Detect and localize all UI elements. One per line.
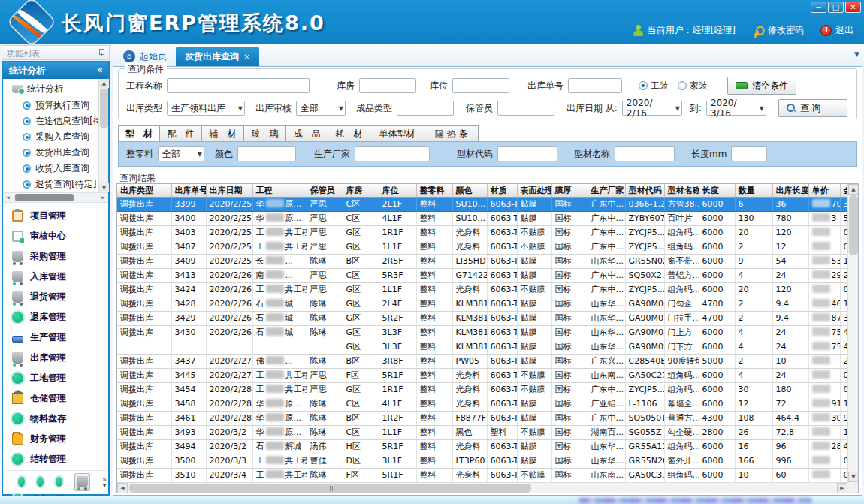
keeper-input[interactable] xyxy=(497,101,554,116)
profile-code-input[interactable] xyxy=(497,146,557,161)
sidebar-item-instock[interactable]: 入库管理 xyxy=(3,267,108,287)
sidebar-item-purchase[interactable]: 采购管理 xyxy=(3,246,108,267)
column-header[interactable]: 颜色 xyxy=(452,184,487,197)
column-header[interactable]: 表面处理 xyxy=(517,184,551,197)
column-header[interactable]: 膜厚 xyxy=(551,184,588,197)
manufacturer-input[interactable] xyxy=(355,146,430,161)
radio-gongzhuang[interactable]: 工装 xyxy=(639,80,669,92)
close-tab-icon[interactable]: × xyxy=(243,52,250,62)
column-header[interactable]: 库房 xyxy=(343,184,379,197)
sidebar-item-carryover[interactable]: 结转管理 xyxy=(3,449,108,469)
sidebar-item-inventory[interactable]: 物料盘存 xyxy=(3,409,108,429)
table-row[interactable]: 调拨出库35102020/3/4工共工程陈琳F区5R1F整料光身料6063-T5… xyxy=(117,468,847,482)
whole-part-select[interactable]: 全部▼ xyxy=(158,146,204,161)
tree-root[interactable]: 统计分析 xyxy=(5,80,98,98)
column-header[interactable]: 材质 xyxy=(487,184,517,197)
table-row[interactable]: 调拨出库34582020/2/28华原...陈琳C区4L1F整料光身料6063-… xyxy=(117,397,847,411)
tab-overflow-icon[interactable]: ▼ xyxy=(854,50,859,58)
scroll-up-icon[interactable]: ▲ xyxy=(848,184,859,195)
column-header[interactable]: 出库类型 xyxy=(117,184,171,197)
scroll-down-icon[interactable]: ▼ xyxy=(99,183,109,192)
close-button[interactable]: ✕ xyxy=(845,2,861,13)
table-row[interactable]: 调拨出库34292020/2/26石城陈琳G区5R2F整料KLM38176063… xyxy=(117,311,847,325)
column-header[interactable]: 保管员 xyxy=(307,184,343,197)
table-row[interactable]: 调拨出库34452020/2/27工共工程严思F区5R1F整料光身料6063-T… xyxy=(117,368,847,382)
warehouse-input[interactable] xyxy=(359,78,416,93)
color-input[interactable] xyxy=(237,146,296,161)
scroll-down-icon[interactable]: ▼ xyxy=(848,472,859,482)
quick-dot-icon[interactable] xyxy=(37,477,44,487)
scrollbar-thumb[interactable] xyxy=(15,194,74,201)
sidebar-item-returns[interactable]: 退货管理 xyxy=(3,287,108,307)
material-tab-0[interactable]: 型 材 xyxy=(118,125,160,142)
material-tab-6[interactable]: 单体型材 xyxy=(370,125,424,142)
length-input[interactable] xyxy=(731,146,767,161)
scroll-right-icon[interactable]: ► xyxy=(99,193,108,203)
column-header[interactable]: 长度 xyxy=(699,184,735,197)
column-header[interactable]: 出库单号 xyxy=(171,184,206,197)
column-header[interactable]: 生产厂家 xyxy=(588,184,625,197)
column-header[interactable]: 金 xyxy=(840,184,847,197)
quick-dot-icon[interactable] xyxy=(56,477,62,487)
table-row[interactable]: 调拨出库35002020/3/3工共工程曹佳D区3L1F整料LT3P606063… xyxy=(117,454,847,468)
table-row[interactable]: 调拨出库34092020/2/25长...陈琳B区2R5F整料LI35HD606… xyxy=(117,254,847,268)
sidebar-item-site[interactable]: 工地管理 xyxy=(3,368,108,388)
sidebar-item-storeback[interactable]: 退库管理 xyxy=(3,307,108,327)
table-row[interactable]: 调拨出库34242020/2/26工共工程严思G区1L1F整料光身料6063-T… xyxy=(117,282,847,297)
table-row[interactable]: 调拨出库34132020/2/26南...严思C区5R3F整料G71422606… xyxy=(117,268,847,282)
material-tab-3[interactable]: 玻 璃 xyxy=(244,125,286,142)
tab-shipping-outbound-query[interactable]: 发货出库查询 × xyxy=(176,47,259,66)
date-to-select[interactable]: 2020/ 3/16▼ xyxy=(706,101,766,116)
scrollbar-thumb[interactable] xyxy=(129,484,531,493)
project-name-input[interactable] xyxy=(167,78,310,93)
table-row[interactable]: 调拨出库34372020/2/27佛...陈琳B区3R8F整料PW056063-… xyxy=(117,354,847,368)
table-vertical-scrollbar[interactable]: ▲ ▼ xyxy=(847,184,858,482)
sidebar-item-outstock[interactable]: 出库管理 xyxy=(3,348,108,368)
radio-jiazhuang[interactable]: 家装 xyxy=(678,80,708,92)
table-row[interactable]: 调拨出库34002020/2/25华原...严思C区4L1F整料SU10...6… xyxy=(117,211,847,225)
column-header[interactable]: 出库日期 xyxy=(206,184,252,197)
tree-item[interactable]: 预算执行查询 xyxy=(5,98,98,113)
pin-icon[interactable] xyxy=(98,49,104,56)
table-row[interactable]: 调拨出库34612020/2/28华原...陈琳B区1R2F整料F8877FT6… xyxy=(117,411,847,425)
sidebar-item-warehouse[interactable]: 仓储管理 xyxy=(3,388,108,409)
minimize-button[interactable]: ─ xyxy=(811,2,826,13)
more-chevron-icon[interactable]: »▾ xyxy=(102,477,107,487)
tree-item[interactable]: 发货出库查询 xyxy=(5,145,98,161)
scroll-up-icon[interactable]: ▲ xyxy=(99,79,109,88)
tree-vertical-scrollbar[interactable]: ▲ ▼ xyxy=(98,79,108,192)
table-row[interactable]: G区3L3F整料KLM38176063-T5贴膜国标山东华...GA90M09.… xyxy=(117,340,847,354)
table-row[interactable]: 调拨出库34942020/3/2石辉城汤伟H区5R1F整料光身料6063-T5贴… xyxy=(117,439,847,454)
profile-name-input[interactable] xyxy=(615,146,675,161)
sidebar-item-project[interactable]: 项目管理 xyxy=(3,206,108,226)
sidebar-item-audit[interactable]: 审核中心 xyxy=(3,226,108,246)
table-row[interactable]: 调拨出库34542020/2/28工共工程严思G区1R1F整料光身料6063-T… xyxy=(117,382,847,397)
sidebar-item-finance[interactable]: 财务管理 xyxy=(3,429,108,449)
search-button[interactable]: 查 询 xyxy=(778,99,847,117)
maximize-button[interactable]: □ xyxy=(828,2,844,13)
column-header[interactable]: 数量 xyxy=(735,184,772,197)
column-header[interactable]: 库位 xyxy=(379,184,416,197)
scrollbar-thumb[interactable] xyxy=(849,195,858,255)
material-tab-4[interactable]: 成 品 xyxy=(286,125,328,142)
out-type-select[interactable]: 生产领料出库▼ xyxy=(167,101,245,116)
table-row[interactable]: 调拨出库33992020/2/25华原...严思C区2L1F整料SU10...6… xyxy=(117,197,847,211)
column-header[interactable]: 型材代码 xyxy=(625,184,664,197)
product-type-input[interactable] xyxy=(397,101,454,116)
collapse-icon[interactable]: « xyxy=(97,65,103,75)
column-header[interactable]: 整零料 xyxy=(416,184,452,197)
table-horizontal-scrollbar[interactable]: ◄ ► xyxy=(117,482,847,493)
order-no-input[interactable] xyxy=(568,78,622,93)
change-password-button[interactable]: 修改密码 xyxy=(752,24,804,37)
clear-conditions-button[interactable]: 清空条件 xyxy=(727,77,796,95)
tree-item[interactable]: 退货查询[待定] xyxy=(5,177,98,192)
material-tab-7[interactable]: 隔 热 条 xyxy=(424,125,479,142)
audit-select[interactable]: 全部▼ xyxy=(296,101,346,116)
column-header[interactable]: 单价 xyxy=(808,184,840,197)
quick-dot-icon[interactable] xyxy=(18,477,25,487)
quick-cart-button[interactable] xyxy=(74,473,90,491)
material-tab-5[interactable]: 耗 材 xyxy=(328,125,370,142)
sidebar-section-header[interactable]: 统计分析 « xyxy=(3,62,108,79)
scroll-left-icon[interactable]: ◄ xyxy=(117,483,128,493)
table-row[interactable]: 调拨出库34072020/2/25工共工程严思G区1L1F整料光身料6063-T… xyxy=(117,240,847,254)
